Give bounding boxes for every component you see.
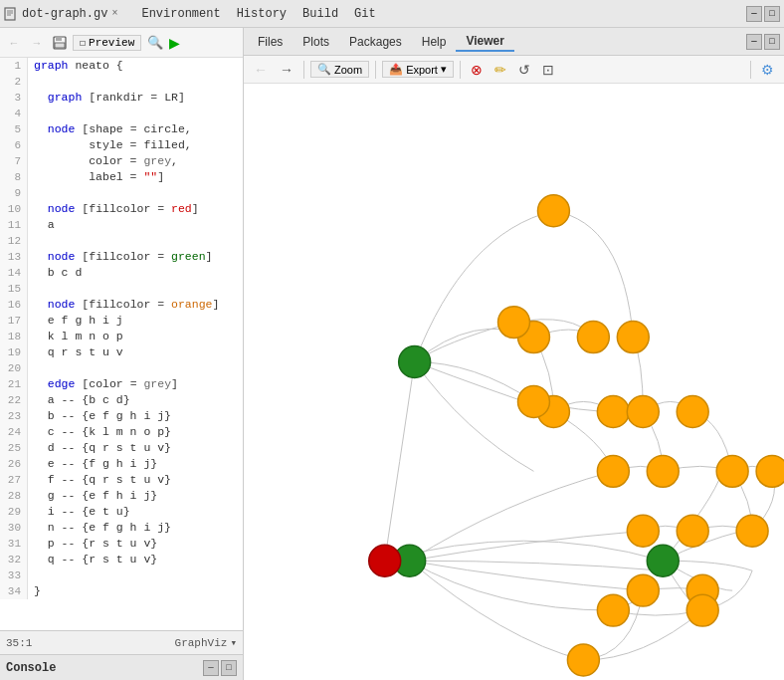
- code-line: 11 a: [0, 217, 243, 233]
- editor-statusbar: 35:1 GraphViz ▾: [0, 630, 243, 654]
- code-line: 14 b c d: [0, 265, 243, 281]
- settings-btn[interactable]: ⚙: [757, 60, 778, 80]
- code-line: 21 edge [color = grey]: [0, 376, 243, 392]
- viewer-toolbar: ← → 🔍 Zoom 📤 Export ▾ ⊗ ✏ ↺ ⊡ ⚙: [244, 56, 784, 84]
- menu-history[interactable]: History: [229, 5, 294, 23]
- code-line: 1 graph neato {: [0, 58, 243, 74]
- zoom-btn[interactable]: 🔍 Zoom: [310, 61, 369, 78]
- svg-rect-0: [5, 8, 15, 20]
- menu-files[interactable]: Files: [248, 33, 293, 51]
- save-icon: [53, 36, 67, 50]
- node-red-a: [369, 545, 401, 576]
- code-line: 31 p -- {r s t u v}: [0, 536, 243, 552]
- code-line: 19 q r s t u v: [0, 344, 243, 360]
- toolbar-separator-2: [375, 61, 376, 79]
- code-line: 8 label = ""]: [0, 169, 243, 185]
- code-line: 2: [0, 74, 243, 90]
- preview-btn[interactable]: ☐ Preview: [73, 35, 141, 51]
- export-btn[interactable]: 📤 Export ▾: [382, 61, 454, 78]
- node-orange: [597, 455, 629, 487]
- zoom-icon: 🔍: [317, 63, 331, 76]
- code-editor[interactable]: 1 graph neato { 2 3 graph [rankdir = LR]…: [0, 58, 243, 630]
- node-orange: [627, 515, 659, 547]
- node-orange: [597, 594, 629, 626]
- node-orange: [617, 322, 649, 353]
- right-minimize-btn[interactable]: ─: [746, 34, 762, 50]
- preview-check-icon: ☐: [80, 37, 86, 49]
- zoom-label: Zoom: [334, 64, 362, 76]
- editor-panel: ← → ☐ Preview 🔍 ▶ 1 graph neato {: [0, 28, 244, 680]
- node-orange: [517, 385, 549, 417]
- top-menubar: dot-graph.gv × Environment History Build…: [0, 0, 784, 28]
- redo-btn[interactable]: →: [27, 33, 47, 53]
- highlight-btn[interactable]: ✏: [490, 60, 510, 80]
- graph-area: [244, 84, 784, 680]
- top-window-controls: ─ □: [746, 6, 780, 22]
- file-tab[interactable]: dot-graph.gv ×: [4, 7, 117, 21]
- node-orange: [756, 455, 784, 487]
- file-icon: [4, 7, 18, 21]
- menu-environment[interactable]: Environment: [133, 5, 228, 23]
- menu-packages[interactable]: Packages: [339, 33, 412, 51]
- code-line: 26 e -- {f g h i j}: [0, 456, 243, 472]
- node-orange: [577, 322, 609, 353]
- node-orange: [736, 515, 768, 547]
- undo-btn[interactable]: ←: [4, 33, 24, 53]
- export-dropdown-icon: ▾: [441, 63, 447, 76]
- back-btn[interactable]: ←: [250, 60, 272, 80]
- code-line: 29 i -- {e t u}: [0, 504, 243, 520]
- save-btn[interactable]: [50, 33, 70, 53]
- code-line: 33: [0, 567, 243, 583]
- console-minimize-btn[interactable]: ─: [203, 660, 219, 676]
- svg-rect-5: [56, 37, 62, 41]
- code-line: 7 color = grey,: [0, 153, 243, 169]
- console-bar: Console ─ □: [0, 654, 243, 680]
- code-line: 30 n -- {e f g h i j}: [0, 520, 243, 536]
- toolbar-separator-3: [460, 61, 461, 79]
- run-btn[interactable]: ▶: [169, 35, 180, 51]
- menu-git[interactable]: Git: [346, 5, 384, 23]
- node-orange: [627, 395, 659, 427]
- refresh-btn[interactable]: ↺: [514, 60, 534, 80]
- menu-viewer[interactable]: Viewer: [456, 32, 513, 52]
- code-line: 4: [0, 106, 243, 121]
- minimize-btn[interactable]: ─: [746, 6, 762, 22]
- code-line: 10 node [fillcolor = red]: [0, 201, 243, 217]
- file-tab-label: dot-graph.gv: [22, 7, 107, 21]
- node-orange: [677, 515, 708, 547]
- node-green-c: [647, 545, 679, 576]
- editor-toolbar: ← → ☐ Preview 🔍 ▶: [0, 28, 243, 58]
- node-orange: [716, 455, 748, 487]
- engine-dropdown-icon[interactable]: ▾: [230, 636, 237, 649]
- stop-btn[interactable]: ⊗: [467, 60, 487, 80]
- menu-build[interactable]: Build: [294, 5, 346, 23]
- code-line: 23 b -- {e f g h i j}: [0, 408, 243, 424]
- locate-btn[interactable]: ⊡: [538, 60, 558, 80]
- forward-btn[interactable]: →: [276, 60, 297, 80]
- menu-help[interactable]: Help: [412, 33, 457, 51]
- node-orange: [567, 644, 599, 676]
- export-label: Export: [406, 64, 438, 76]
- code-line: 13 node [fillcolor = green]: [0, 249, 243, 265]
- console-label: Console: [6, 661, 56, 675]
- code-line: 17 e f g h i j: [0, 313, 243, 329]
- code-line: 32 q -- {r s t u v}: [0, 552, 243, 567]
- svg-rect-6: [55, 43, 65, 48]
- code-line: 28 g -- {e f h i j}: [0, 488, 243, 504]
- code-line: 12: [0, 233, 243, 249]
- menu-plots[interactable]: Plots: [293, 33, 339, 51]
- search-btn[interactable]: 🔍: [144, 32, 166, 54]
- code-line: 27 f -- {q r s t u v}: [0, 472, 243, 488]
- maximize-btn[interactable]: □: [764, 6, 780, 22]
- node-orange: [537, 195, 569, 227]
- code-line: 3 graph [rankdir = LR]: [0, 90, 243, 106]
- code-line: 20: [0, 360, 243, 376]
- code-line: 5 node [shape = circle,: [0, 121, 243, 137]
- code-line: 16 node [fillcolor = orange]: [0, 297, 243, 313]
- right-maximize-btn[interactable]: □: [764, 34, 780, 50]
- node-orange: [686, 594, 718, 626]
- code-line: 6 style = filled,: [0, 137, 243, 153]
- code-line: 9: [0, 185, 243, 201]
- file-tab-close[interactable]: ×: [111, 8, 117, 19]
- console-maximize-btn[interactable]: □: [221, 660, 237, 676]
